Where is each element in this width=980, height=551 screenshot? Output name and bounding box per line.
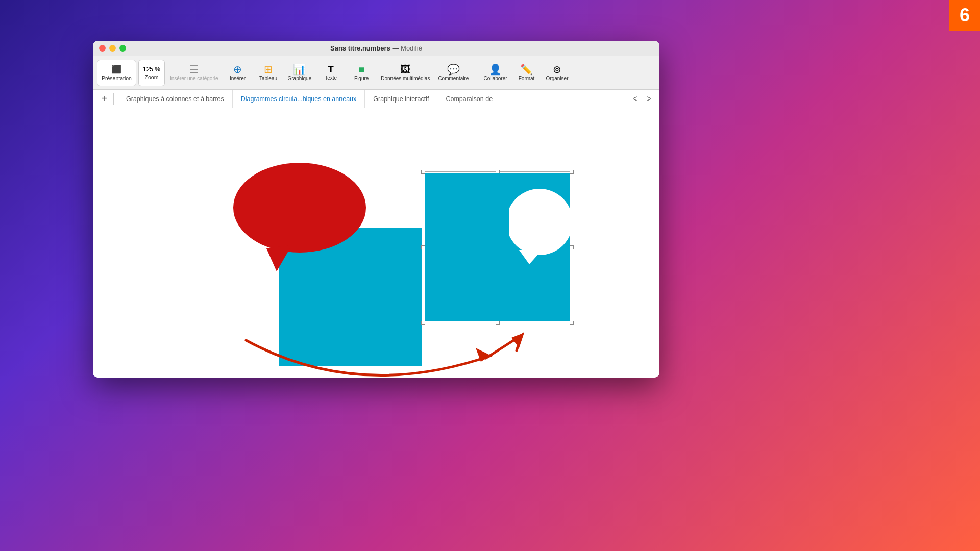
insert-icon: ⊕ <box>233 64 242 74</box>
badge-number: 6 <box>949 0 980 31</box>
traffic-lights <box>99 45 126 52</box>
graphique-button[interactable]: 📊 Graphique <box>285 59 315 87</box>
tableau-icon: ⊞ <box>264 64 273 74</box>
white-bubble-cutout <box>509 184 570 267</box>
zoom-label: Zoom <box>145 74 159 80</box>
figure-label: Figure <box>354 76 369 81</box>
texte-label: Texte <box>325 75 337 81</box>
insert-category-label: Insérer une catégorie <box>170 76 218 81</box>
figure-icon: ■ <box>358 64 364 74</box>
close-button[interactable] <box>99 45 106 52</box>
modified-label: Modifié <box>401 44 422 52</box>
svg-marker-4 <box>476 348 491 362</box>
commentaire-button[interactable]: 💬 Commentaire <box>435 59 472 87</box>
collaborer-button[interactable]: 👤 Collaborer <box>480 59 510 87</box>
tabbar: + Graphiques à colonnes et à barres Diag… <box>93 90 659 108</box>
multimedia-label: Données multimédias <box>381 76 430 81</box>
collaborer-label: Collaborer <box>483 76 507 81</box>
insert-category-icon: ☰ <box>189 64 199 74</box>
tab-divider <box>113 93 114 105</box>
right-composition[interactable] <box>425 173 570 321</box>
toolbar: ⬛ Présentation 125 % Zoom ☰ Insérer une … <box>93 56 659 90</box>
figure-button[interactable]: ■ Figure <box>347 59 376 87</box>
organiser-label: Organiser <box>546 76 569 81</box>
insert-label: Insérer <box>230 76 246 81</box>
texte-icon: T <box>328 65 334 74</box>
insert-button[interactable]: ⊕ Insérer <box>224 59 252 87</box>
tab-prev-button[interactable]: < <box>629 93 641 105</box>
tableau-button[interactable]: ⊞ Tableau <box>254 59 283 87</box>
handle-bot-center[interactable] <box>496 321 500 325</box>
presentation-button[interactable]: ⬛ Présentation <box>97 60 136 86</box>
graphique-label: Graphique <box>288 76 312 81</box>
organiser-button[interactable]: ⊚ Organiser <box>543 59 572 87</box>
multimedia-icon: 🖼 <box>400 64 410 74</box>
presentation-label: Présentation <box>102 75 132 81</box>
tab-navigation: < > <box>629 93 655 105</box>
tab-columns[interactable]: Graphiques à colonnes et à barres <box>118 90 233 108</box>
tab-pie[interactable]: Diagrammes circula...hiques en anneaux <box>233 90 365 108</box>
presentation-icon: ⬛ <box>111 64 121 74</box>
separator: — <box>392 44 399 52</box>
handle-bot-right[interactable] <box>570 321 574 325</box>
window-title: Sans titre.numbers — Modifié <box>330 44 422 52</box>
collaborer-icon: 👤 <box>489 64 502 74</box>
format-button[interactable]: ✏️ Format <box>512 59 541 87</box>
zoom-button[interactable]: 125 % Zoom <box>138 60 165 86</box>
tableau-label: Tableau <box>259 76 277 81</box>
handle-mid-right[interactable] <box>570 245 574 249</box>
multimedia-button[interactable]: 🖼 Données multimédias <box>378 59 433 87</box>
svg-point-0 <box>233 163 366 253</box>
add-tab-button[interactable]: + <box>97 92 111 106</box>
svg-marker-5 <box>511 333 524 348</box>
tab-next-button[interactable]: > <box>643 93 655 105</box>
tab-comparison[interactable]: Comparaison de <box>437 90 501 108</box>
format-icon: ✏️ <box>520 64 533 74</box>
insert-category-button[interactable]: ☰ Insérer une catégorie <box>167 59 222 87</box>
titlebar: Sans titre.numbers — Modifié <box>93 41 659 56</box>
graphique-icon: 📊 <box>293 64 306 74</box>
format-label: Format <box>519 76 535 81</box>
canvas[interactable] <box>93 108 659 378</box>
handle-bot-left[interactable] <box>421 321 425 325</box>
handle-top-right[interactable] <box>570 170 574 174</box>
red-speech-bubble[interactable] <box>231 159 369 279</box>
minimize-button[interactable] <box>109 45 116 52</box>
svg-point-2 <box>509 189 570 255</box>
filename: Sans titre.numbers <box>330 44 390 52</box>
texte-button[interactable]: T Texte <box>316 59 345 87</box>
tab-interactive[interactable]: Graphique interactif <box>365 90 437 108</box>
organiser-icon: ⊚ <box>553 64 561 74</box>
commentaire-icon: 💬 <box>447 64 460 74</box>
svg-marker-1 <box>266 245 292 271</box>
svg-marker-3 <box>519 250 542 264</box>
blue-rectangle-right <box>425 173 570 321</box>
main-window: Sans titre.numbers — Modifié ⬛ Présentat… <box>93 41 659 378</box>
maximize-button[interactable] <box>119 45 126 52</box>
zoom-value: 125 % <box>143 66 160 73</box>
commentaire-label: Commentaire <box>438 76 469 81</box>
